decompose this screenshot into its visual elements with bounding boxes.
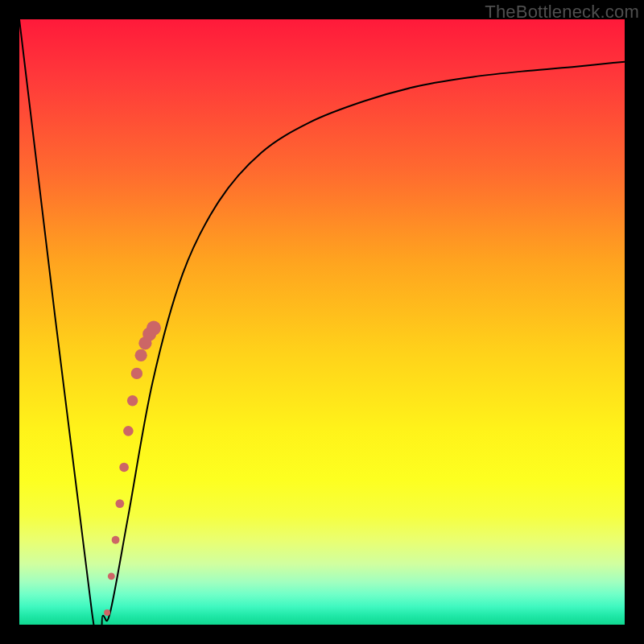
highlight-markers bbox=[104, 321, 161, 616]
highlight-dot bbox=[123, 426, 134, 436]
highlight-dot bbox=[127, 395, 138, 406]
bottleneck-curve bbox=[19, 19, 625, 644]
bottleneck-curve-path bbox=[19, 19, 625, 644]
highlight-dot bbox=[108, 572, 115, 580]
highlight-dot bbox=[147, 321, 161, 336]
highlight-dot bbox=[112, 536, 120, 544]
highlight-dot bbox=[135, 349, 147, 361]
highlight-dot bbox=[115, 499, 124, 508]
chart-overlay bbox=[19, 19, 625, 625]
highlight-dot bbox=[119, 463, 129, 473]
highlight-dot bbox=[104, 609, 110, 616]
highlight-dot bbox=[131, 368, 142, 379]
